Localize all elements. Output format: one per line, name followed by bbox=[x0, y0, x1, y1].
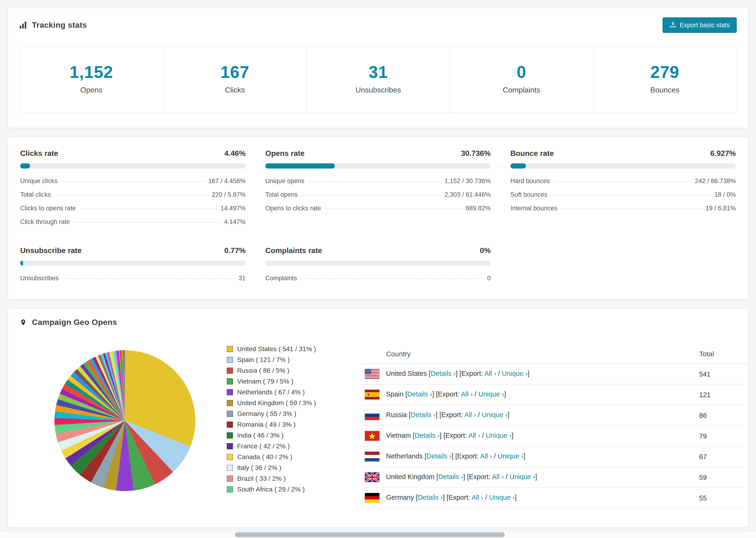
geo-table-row: United Kingdom [Details ›] [Export: All … bbox=[361, 467, 748, 488]
export-basic-stats-label: Export basic stats bbox=[680, 22, 730, 28]
export-unique-link[interactable]: Unique › bbox=[482, 411, 508, 418]
legend-label: Brazil ( 33 / 2% ) bbox=[237, 475, 286, 482]
export-basic-stats-button[interactable]: Export basic stats bbox=[663, 17, 737, 33]
details-link[interactable]: Details › bbox=[407, 390, 432, 398]
total-column-header: Total bbox=[695, 344, 748, 364]
rate-progress-fill bbox=[511, 163, 526, 169]
country-cell: Germany [Details ›] [Export: All › / Uni… bbox=[361, 488, 695, 508]
rate-stat-row: Soft bounces18 / 0% bbox=[511, 188, 736, 201]
map-pin-icon bbox=[19, 319, 27, 327]
dotted-leader bbox=[63, 278, 235, 279]
stat-value: 0 bbox=[450, 62, 593, 82]
export-all-link[interactable]: All › bbox=[461, 390, 473, 398]
legend-swatch bbox=[227, 421, 233, 427]
country-cell: Vietnam [Details ›] [Export: All › / Uni… bbox=[361, 426, 695, 446]
bracket: ] [Export: bbox=[452, 452, 480, 460]
export-all-link[interactable]: All › bbox=[468, 432, 480, 439]
export-unique-link[interactable]: Unique › bbox=[502, 370, 527, 377]
es-flag-icon bbox=[365, 390, 379, 400]
export-unique-link[interactable]: Unique › bbox=[486, 432, 512, 439]
bracket: ] [Export: bbox=[432, 390, 461, 398]
rate-row-label: Unique opens bbox=[265, 178, 304, 185]
details-link[interactable]: Details › bbox=[418, 494, 443, 501]
geo-table-row: Germany [Details ›] [Export: All › / Uni… bbox=[361, 488, 748, 508]
rate-rows: Complaints0 bbox=[265, 271, 491, 285]
legend-item: Netherlands ( 67 / 4% ) bbox=[227, 388, 316, 396]
nl-flag-icon bbox=[365, 452, 379, 461]
geo-opens-title-text: Campaign Geo Opens bbox=[32, 318, 117, 327]
export-unique-link[interactable]: Unique › bbox=[510, 473, 535, 480]
rate-progress-fill bbox=[20, 260, 23, 266]
horizontal-scrollbar-thumb[interactable] bbox=[235, 532, 505, 537]
dotted-leader bbox=[561, 208, 702, 209]
bracket: ] bbox=[512, 432, 513, 439]
stat-cell: 167 Clicks bbox=[163, 46, 306, 112]
legend-item: Romania ( 49 / 3% ) bbox=[227, 421, 316, 428]
rate-row-label: Opens to clicks rate bbox=[265, 205, 321, 212]
legend-item: Germany ( 55 / 3% ) bbox=[227, 410, 316, 417]
ru-flag-icon bbox=[365, 410, 379, 420]
slash: / bbox=[504, 473, 510, 480]
legend-label: Romania ( 49 / 3% ) bbox=[237, 421, 296, 428]
legend-swatch bbox=[227, 389, 233, 395]
legend-label: Netherlands ( 67 / 4% ) bbox=[237, 388, 305, 396]
rate-row-value: 2,303 / 61.446% bbox=[445, 191, 491, 198]
legend-label: India ( 46 / 3% ) bbox=[237, 431, 284, 439]
legend-swatch bbox=[227, 464, 233, 471]
export-all-link[interactable]: All › bbox=[480, 452, 492, 460]
rate-row-value: 167 / 4.456% bbox=[208, 178, 245, 185]
country-cell: Russia [Details ›] [Export: All › / Uniq… bbox=[361, 405, 695, 426]
export-unique-link[interactable]: Unique › bbox=[498, 452, 523, 460]
rate-row-value: 14.497% bbox=[220, 205, 245, 212]
rate-row-label: Click through rate bbox=[20, 218, 70, 225]
country-cell: Netherlands [Details ›] [Export: All › /… bbox=[361, 446, 695, 467]
export-unique-link[interactable]: Unique › bbox=[489, 494, 515, 501]
details-link[interactable]: Details › bbox=[415, 432, 440, 439]
country-cell: United Kingdom [Details ›] [Export: All … bbox=[361, 467, 695, 488]
country-name: Russia bbox=[386, 411, 409, 418]
dotted-leader bbox=[55, 195, 208, 195]
geo-table: Country Total United States [Details ›] … bbox=[361, 344, 748, 509]
stat-value: 279 bbox=[594, 62, 736, 82]
rate-stat-row: Clicks to opens rate14.497% bbox=[20, 201, 245, 215]
rate-row-value: 1,152 / 30.736% bbox=[445, 178, 491, 185]
geo-table-header-row: Country Total bbox=[361, 344, 748, 364]
rate-title: Complaints rate bbox=[265, 246, 322, 255]
rate-stat-row: Unique opens1,152 / 30.736% bbox=[265, 174, 491, 188]
legend-swatch bbox=[227, 410, 233, 417]
rate-stat-row: Hard bounces242 / 86.738% bbox=[511, 174, 736, 188]
details-link[interactable]: Details › bbox=[427, 452, 452, 460]
export-all-link[interactable]: All › bbox=[484, 370, 496, 377]
dotted-leader bbox=[308, 181, 441, 182]
stat-value: 167 bbox=[163, 62, 306, 82]
details-link[interactable]: Details › bbox=[411, 411, 436, 418]
legend-swatch bbox=[227, 378, 233, 384]
rate-block: Unsubscribe rate 0.77% Unsubscribes31 bbox=[20, 246, 245, 285]
bracket: ] [Export: bbox=[440, 432, 469, 439]
dotted-leader bbox=[61, 181, 204, 182]
export-all-link[interactable]: All › bbox=[492, 473, 504, 480]
stats-summary: 1,152 Opens 167 Clicks 31 Unsubscribes 0… bbox=[19, 46, 737, 113]
details-link[interactable]: Details › bbox=[431, 370, 456, 377]
legend-swatch bbox=[227, 486, 233, 492]
stat-cell: 31 Unsubscribes bbox=[306, 46, 450, 112]
geo-pie-chart bbox=[52, 348, 198, 493]
export-all-link[interactable]: All › bbox=[464, 411, 476, 418]
tracking-stats-title-text: Tracking stats bbox=[32, 21, 87, 30]
stat-label: Clicks bbox=[163, 86, 306, 94]
rate-row-label: Clicks to opens rate bbox=[20, 205, 76, 212]
total-cell: 59 bbox=[695, 467, 748, 488]
legend-item: Canada ( 40 / 2% ) bbox=[227, 453, 316, 460]
legend-label: South Africa ( 29 / 2% ) bbox=[237, 485, 305, 493]
legend-swatch bbox=[227, 475, 233, 481]
total-cell: 541 bbox=[695, 364, 748, 384]
legend-swatch bbox=[227, 443, 233, 449]
legend-label: United Kingdom ( 59 / 3% ) bbox=[237, 399, 316, 406]
export-unique-link[interactable]: Unique › bbox=[478, 390, 504, 398]
legend-label: Canada ( 40 / 2% ) bbox=[237, 453, 292, 460]
details-link[interactable]: Details › bbox=[438, 473, 463, 480]
rate-row-label: Total clicks bbox=[20, 191, 51, 198]
export-all-link[interactable]: All › bbox=[471, 494, 483, 501]
rate-title: Opens rate bbox=[265, 149, 304, 158]
legend-label: Vietnam ( 79 / 5% ) bbox=[237, 377, 293, 385]
